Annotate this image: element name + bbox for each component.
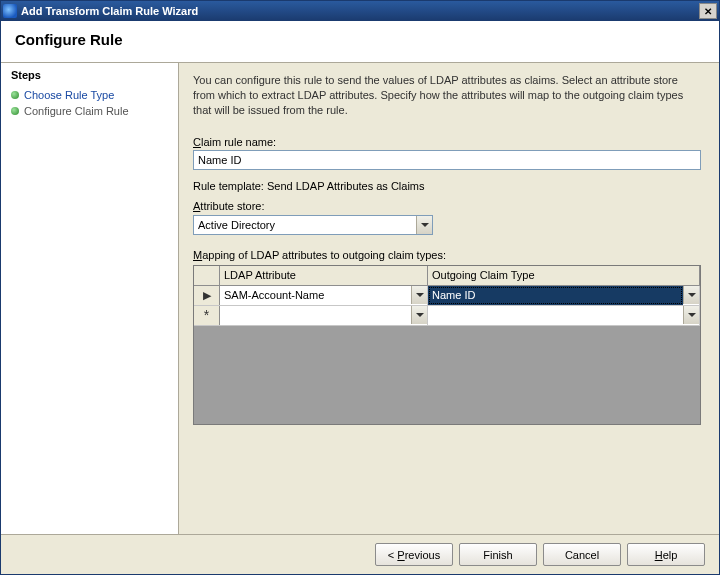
chevron-down-icon[interactable] [411, 286, 427, 304]
grid-header-row: LDAP Attribute Outgoing Claim Type [194, 266, 700, 286]
wizard-header: Configure Rule [1, 21, 719, 63]
main-panel: You can configure this rule to send the … [179, 63, 719, 534]
grid-row[interactable]: ▶ SAM-Account-Name Name ID [194, 286, 700, 306]
rule-template-text: Rule template: Send LDAP Attributes as C… [193, 180, 701, 192]
step-label: Choose Rule Type [24, 89, 114, 101]
rule-name-label: Claim rule name: [193, 136, 701, 148]
close-button[interactable]: ✕ [699, 3, 717, 19]
help-button[interactable]: Help [627, 543, 705, 566]
grid-row-new[interactable]: * [194, 306, 700, 326]
chevron-down-icon[interactable] [683, 306, 699, 324]
finish-button[interactable]: Finish [459, 543, 537, 566]
row-indicator-new: * [194, 306, 220, 325]
cancel-button[interactable]: Cancel [543, 543, 621, 566]
description-text: You can configure this rule to send the … [193, 73, 701, 118]
step-choose-rule-type[interactable]: Choose Rule Type [11, 87, 168, 103]
chevron-down-icon[interactable] [416, 216, 432, 234]
titlebar: Add Transform Claim Rule Wizard ✕ [1, 1, 719, 21]
wizard-footer: < Previous Finish Cancel Help [1, 534, 719, 574]
wizard-body: Steps Choose Rule Type Configure Claim R… [1, 63, 719, 534]
page-title: Configure Rule [15, 31, 705, 48]
mapping-label: Mapping of LDAP attributes to outgoing c… [193, 249, 701, 261]
attribute-store-value: Active Directory [194, 218, 416, 232]
ldap-attribute-cell[interactable]: SAM-Account-Name [220, 286, 428, 305]
ldap-attribute-cell[interactable] [220, 306, 428, 325]
outgoing-claim-cell[interactable]: Name ID [428, 286, 700, 305]
steps-heading: Steps [11, 69, 168, 81]
steps-sidebar: Steps Choose Rule Type Configure Claim R… [1, 63, 179, 534]
grid-corner [194, 266, 220, 285]
step-label: Configure Claim Rule [24, 105, 129, 117]
step-bullet-icon [11, 107, 19, 115]
chevron-down-icon[interactable] [411, 306, 427, 324]
mapping-grid: LDAP Attribute Outgoing Claim Type ▶ SAM… [193, 265, 701, 425]
attribute-store-combo[interactable]: Active Directory [193, 215, 433, 235]
chevron-down-icon[interactable] [683, 286, 699, 304]
step-bullet-icon [11, 91, 19, 99]
col-header-ldap[interactable]: LDAP Attribute [220, 266, 428, 285]
rule-name-input[interactable] [193, 150, 701, 170]
window-title: Add Transform Claim Rule Wizard [21, 5, 699, 17]
outgoing-claim-cell[interactable] [428, 306, 700, 325]
row-indicator-current: ▶ [194, 286, 220, 305]
grid-empty-area [194, 326, 700, 424]
step-configure-claim-rule[interactable]: Configure Claim Rule [11, 103, 168, 119]
attribute-store-label: Attribute store: [193, 200, 701, 212]
col-header-claim[interactable]: Outgoing Claim Type [428, 266, 700, 285]
wizard-window: Add Transform Claim Rule Wizard ✕ Config… [0, 0, 720, 575]
app-icon [3, 4, 17, 18]
previous-button[interactable]: < Previous [375, 543, 453, 566]
close-icon: ✕ [704, 6, 712, 17]
